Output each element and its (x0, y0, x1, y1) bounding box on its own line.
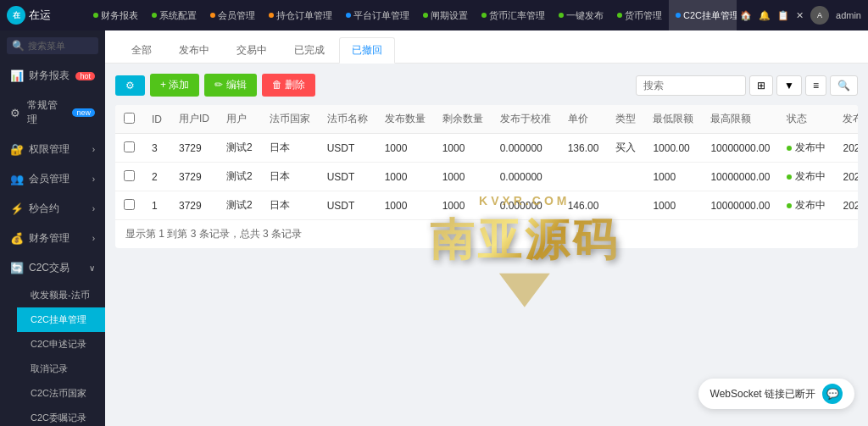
row-publish-time: 2022-11-10 11:16:16 (834, 163, 858, 191)
row-country: 日本 (261, 163, 319, 191)
nav-item-position[interactable]: 持仓订单管理 (262, 0, 339, 30)
select-all-checkbox[interactable] (124, 113, 135, 124)
row-checkbox[interactable] (115, 163, 143, 191)
sidebar-item-label: C2C挂单管理 (31, 313, 86, 326)
status-dot (787, 174, 792, 180)
bell-icon[interactable]: 🔔 (759, 10, 771, 21)
nav-item-platform[interactable]: 平台订单管理 (339, 0, 416, 30)
ws-toast: WebSocket 链接已断开 💬 (698, 379, 854, 409)
row-select-checkbox[interactable] (124, 170, 135, 181)
row-currency: USDT (319, 163, 376, 191)
row-userid: 3729 (170, 163, 218, 191)
contract-icon: ⚡ (10, 202, 24, 215)
sidebar-item-cancel-record[interactable]: 取消记录 (17, 357, 105, 381)
sidebar-item-member[interactable]: 👥 会员管理 › (0, 164, 105, 194)
row-select-checkbox[interactable] (124, 141, 135, 152)
sidebar-item-routine[interactable]: ⚙ 常规管理 new (0, 91, 105, 135)
row-user: 测试2 (218, 134, 261, 163)
sidebar-item-c2c-appeal[interactable]: C2C申述记录 (17, 332, 105, 357)
nav-dot (346, 13, 351, 18)
col-country: 法币国家 (261, 105, 319, 134)
grid-view-button[interactable]: ⊞ (749, 75, 773, 96)
nav-item-period[interactable]: 闸期设置 (416, 0, 475, 30)
sidebar-item-financial[interactable]: 📊 财务报表 hot (0, 61, 105, 91)
add-button[interactable]: + 添加 (150, 74, 199, 97)
watermark-triangle (499, 274, 550, 307)
tab-completed[interactable]: 已完成 (281, 37, 337, 63)
col-status: 状态 (778, 105, 834, 134)
finance-icon: 💰 (10, 232, 24, 245)
tab-withdrawn[interactable]: 已撤回 (339, 37, 395, 64)
col-publish-qty: 发布数量 (376, 105, 434, 134)
status-text: 发布中 (795, 141, 826, 153)
row-publish-base: 0.000000 (492, 191, 559, 220)
tab-trading[interactable]: 交易中 (224, 37, 280, 63)
sidebar-item-label: 收发额最-法币 (31, 289, 90, 302)
edit-button[interactable]: ✏ 编辑 (204, 74, 256, 97)
row-type: 买入 (607, 134, 644, 163)
delete-button[interactable]: 🗑 删除 (262, 74, 315, 97)
hot-badge: hot (75, 72, 95, 80)
search-input[interactable] (636, 75, 746, 96)
permission-icon: 🔐 (10, 143, 24, 156)
col-currency: 法币名称 (319, 105, 376, 134)
nav-item-financial[interactable]: 财务报表 (86, 0, 145, 30)
status-text: 发布中 (795, 170, 826, 182)
nav-label: 货币汇率管理 (489, 9, 545, 22)
nav-item-member[interactable]: 会员管理 (203, 0, 262, 30)
nav-dot (676, 13, 681, 18)
clipboard-icon[interactable]: 📋 (777, 10, 789, 21)
row-userid: 3729 (170, 134, 218, 163)
column-toggle-button[interactable]: ≡ (805, 75, 826, 96)
row-id: 2 (143, 163, 170, 191)
search-input[interactable] (28, 41, 93, 51)
row-publish-qty: 1000 (376, 191, 434, 220)
col-publish-base: 发布于校准 (492, 105, 559, 134)
sidebar-item-finance-mgmt[interactable]: 💰 财务管理 › (0, 224, 105, 253)
row-userid: 3729 (170, 191, 218, 220)
logo-text: 在运 (29, 8, 51, 23)
list-view-button[interactable]: ▼ (776, 75, 802, 96)
sidebar-item-receive-send[interactable]: 收发额最-法币 (17, 283, 105, 307)
tab-publishing[interactable]: 发布中 (166, 37, 222, 63)
nav-item-system[interactable]: 系统配置 (145, 0, 203, 30)
home-icon[interactable]: 🏠 (740, 10, 752, 21)
settings-button[interactable]: ⚙ (115, 75, 145, 96)
row-unit-price: 136.00 (559, 134, 608, 163)
sidebar-item-c2c[interactable]: 🔄 C2C交易 ∨ (0, 253, 105, 283)
row-checkbox[interactable] (115, 134, 143, 163)
sidebar-item-c2c-commission[interactable]: C2C委嘱记录 (17, 406, 105, 426)
nav-item-publish[interactable]: 一键发布 (552, 0, 610, 30)
pagination-info: 显示第 1 到第 3 条记录，总共 3 条记录 (115, 220, 858, 248)
sidebar-item-c2c-orders[interactable]: C2C挂单管理 (17, 307, 105, 332)
row-max-limit: 10000000.00 (702, 163, 778, 191)
chevron-down-icon: ∨ (89, 263, 95, 273)
nav-label: 一键发布 (566, 9, 604, 22)
sidebar-item-seconds-contract[interactable]: ⚡ 秒合约 › (0, 194, 105, 224)
new-badge: new (72, 108, 95, 117)
row-select-checkbox[interactable] (124, 199, 135, 210)
search-button[interactable]: 🔍 (830, 75, 858, 96)
col-id: ID (143, 105, 170, 134)
tab-bar: 全部 发布中 交易中 已完成 已撤回 (105, 30, 868, 64)
row-id: 1 (143, 191, 170, 220)
sidebar-item-c2c-country[interactable]: C2C法币国家 (17, 381, 105, 406)
sidebar-search[interactable]: 🔍 (7, 37, 98, 54)
row-status: 发布中 (778, 191, 834, 220)
sidebar-item-permission[interactable]: 🔐 权限管理 › (0, 135, 105, 164)
row-checkbox[interactable] (115, 191, 143, 220)
close-icon[interactable]: ✕ (796, 10, 804, 21)
admin-name: admin (836, 10, 861, 20)
tab-all[interactable]: 全部 (119, 37, 164, 63)
search-icon: 🔍 (12, 40, 25, 52)
row-user: 测试2 (218, 191, 261, 220)
row-currency: USDT (319, 134, 376, 163)
nav-item-c2c[interactable]: C2C挂单管理 (669, 0, 737, 30)
routine-icon: ⚙ (10, 107, 22, 119)
top-bar-right: 🏠 🔔 📋 ✕ A admin (740, 6, 861, 25)
col-remain-qty: 剩余数量 (434, 105, 492, 134)
nav-item-currency[interactable]: 货币管理 (610, 0, 669, 30)
table-row: 2 3729 测试2 日本 USDT 1000 1000 0.000000 10… (115, 163, 858, 191)
nav-item-exchange[interactable]: 货币汇率管理 (475, 0, 552, 30)
top-bar: 在 在运 财务报表 系统配置 会员管理 持仓订单管理 平台订单管理 闸期设置 (0, 0, 868, 30)
